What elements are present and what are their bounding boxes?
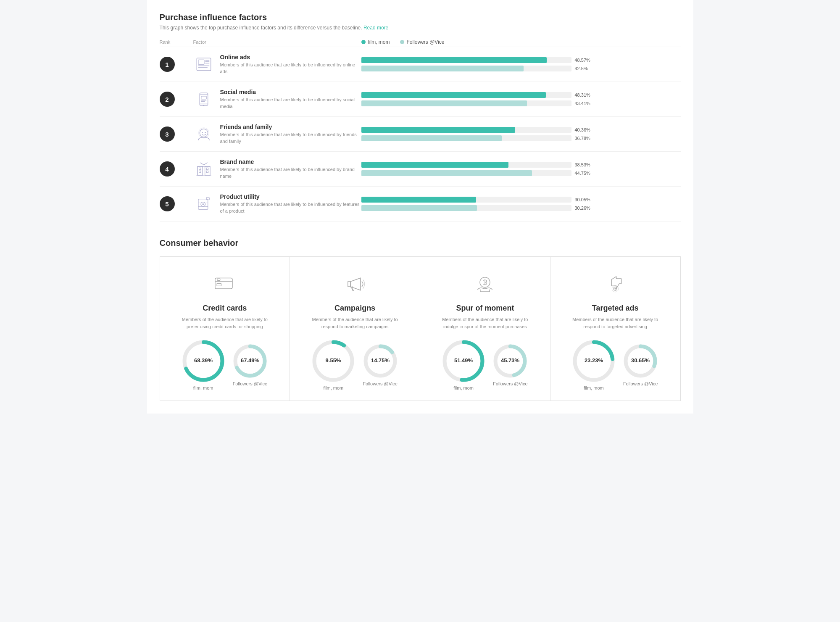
bar-track-s1-4: [361, 162, 571, 168]
page-container: Purchase influence factors This graph sh…: [147, 0, 693, 414]
factor-col-3: Friends and family Members of this audie…: [193, 124, 361, 145]
svg-rect-20: [199, 168, 200, 169]
consumer-card-desc-2: Members of the audience that are likely …: [439, 316, 531, 330]
bar-fill-s2-4: [361, 170, 532, 176]
svg-text:14.75%: 14.75%: [371, 357, 390, 364]
donut-label-s2-3: Followers @Vice: [623, 381, 658, 386]
bar-label-s2-1: 42.5%: [575, 66, 592, 71]
bar-track-s2-1: [361, 66, 571, 71]
bar-row-s2-5: 30.26%: [361, 205, 681, 211]
svg-text:30.65%: 30.65%: [631, 357, 650, 364]
factor-row-4: 4 Brand name Members of this audience th…: [160, 152, 681, 187]
factor-icon-5: [193, 193, 214, 214]
factor-icon-4: [193, 158, 214, 179]
bar-row-s1-4: 38.53%: [361, 162, 681, 168]
factor-name-1: Online ads: [220, 54, 361, 61]
col-rank-header: Rank: [160, 40, 193, 45]
bar-row-s1-3: 40.36%: [361, 127, 681, 133]
bar-fill-s2-5: [361, 205, 477, 211]
consumer-card-icon-0: [210, 269, 240, 299]
factor-row-5: 5 Product utility Members of this audien…: [160, 187, 681, 221]
svg-rect-11: [201, 96, 206, 99]
donut-item-s2-3: 30.65% Followers @Vice: [623, 344, 658, 386]
svg-rect-1: [198, 60, 204, 64]
factor-desc-1: Members of this audience that are likely…: [220, 62, 361, 75]
consumer-card-0: Credit cards Members of the audience tha…: [160, 257, 290, 401]
donut-item-s2-2: 45.73% Followers @Vice: [493, 344, 528, 386]
svg-rect-23: [206, 171, 208, 172]
factor-col-1: Online ads Members of this audience that…: [193, 54, 361, 75]
bar-track-s1-1: [361, 57, 571, 63]
factor-icon-2: [193, 89, 214, 110]
rank-col-3: 3: [160, 127, 193, 142]
col-factor-header: Factor: [193, 40, 361, 45]
legend-series1: film, mom: [361, 39, 390, 45]
bar-fill-s2-2: [361, 100, 527, 106]
bar-track-s2-5: [361, 205, 571, 211]
svg-point-28: [202, 203, 204, 205]
bars-col-2: 48.31% 43.41%: [361, 92, 681, 106]
donut-label-s1-3: film, mom: [584, 385, 604, 390]
bars-col-4: 38.53% 44.75%: [361, 162, 681, 176]
donut-item-s1-1: 9.55% film, mom: [312, 340, 354, 390]
donut-label-s2-1: Followers @Vice: [363, 381, 398, 386]
legend-dot-teal: [361, 40, 366, 44]
factor-desc-3: Members of this audience that are likely…: [220, 132, 361, 145]
donut-label-s1-2: film, mom: [453, 385, 474, 390]
factor-name-3: Friends and family: [220, 124, 361, 130]
svg-point-14: [200, 129, 208, 137]
legend-series2: Followers @Vice: [400, 39, 445, 45]
svg-point-55: [614, 288, 616, 289]
bar-track-s2-3: [361, 135, 571, 141]
bars-col-3: 40.36% 36.78%: [361, 127, 681, 141]
donut-item-s1-0: 68.39% film, mom: [182, 340, 224, 390]
donut-item-s2-1: 14.75% Followers @Vice: [363, 344, 398, 386]
purchase-subtitle: This graph shows the top purchase influe…: [160, 25, 681, 31]
donut-item-s1-3: 23.23% film, mom: [573, 340, 615, 390]
consumer-card-icon-1: [340, 269, 370, 299]
factor-name-5: Product utility: [220, 193, 361, 200]
factor-name-4: Brand name: [220, 158, 361, 165]
factor-text-2: Social media Members of this audience th…: [220, 89, 361, 110]
donut-label-s1-1: film, mom: [324, 385, 344, 390]
factor-text-1: Online ads Members of this audience that…: [220, 54, 361, 75]
bar-label-s1-4: 38.53%: [575, 162, 592, 167]
bar-row-s2-1: 42.5%: [361, 66, 681, 71]
factor-desc-2: Members of this audience that are likely…: [220, 97, 361, 110]
consumer-card-2: Spur of moment Members of the audience t…: [420, 257, 550, 401]
read-more-link[interactable]: Read more: [363, 25, 388, 31]
bar-row-s2-2: 43.41%: [361, 100, 681, 106]
factor-col-5: Product utility Members of this audience…: [193, 193, 361, 214]
bar-label-s2-2: 43.41%: [575, 101, 592, 106]
bar-row-s1-2: 48.31%: [361, 92, 681, 98]
factor-text-3: Friends and family Members of this audie…: [220, 124, 361, 145]
svg-point-16: [205, 132, 206, 133]
bar-track-s1-3: [361, 127, 571, 133]
donut-row-2: 51.49% film, mom 45.73% Followers @Vice: [442, 340, 528, 390]
consumer-card-icon-2: [470, 269, 500, 299]
consumer-card-desc-0: Members of the audience that are likely …: [179, 316, 271, 330]
rank-col-1: 1: [160, 57, 193, 72]
donut-item-s2-0: 67.49% Followers @Vice: [233, 344, 268, 386]
legend-dot-light-teal: [400, 40, 404, 44]
rank-col-4: 4: [160, 161, 193, 177]
svg-text:45.73%: 45.73%: [501, 357, 520, 364]
bars-col-5: 30.05% 30.26%: [361, 197, 681, 211]
svg-text:9.55%: 9.55%: [326, 357, 341, 364]
donut-row-0: 68.39% film, mom 67.49% Followers @Vice: [182, 340, 268, 390]
factor-col-4: Brand name Members of this audience that…: [193, 158, 361, 179]
donut-row-1: 9.55% film, mom 14.75% Followers @Vice: [312, 340, 398, 390]
bar-fill-s2-1: [361, 66, 524, 71]
rank-badge-2: 2: [160, 92, 175, 107]
rank-badge-3: 3: [160, 127, 175, 142]
bar-label-s1-5: 30.05%: [575, 197, 592, 202]
consumer-card-name-0: Credit cards: [203, 304, 247, 313]
bar-label-s1-2: 48.31%: [575, 92, 592, 98]
factor-desc-4: Members of this audience that are likely…: [220, 166, 361, 179]
bar-fill-s1-5: [361, 197, 476, 203]
bar-row-s1-5: 30.05%: [361, 197, 681, 203]
bar-fill-s1-4: [361, 162, 508, 168]
donut-label-s2-2: Followers @Vice: [493, 381, 528, 386]
svg-text:23.23%: 23.23%: [585, 357, 603, 364]
factor-icon-3: [193, 124, 214, 145]
